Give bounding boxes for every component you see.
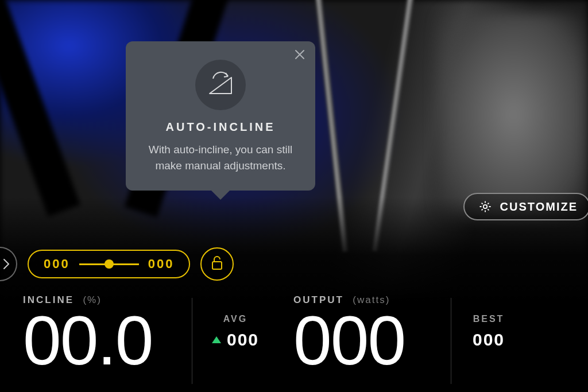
tooltip-body: With auto-incline, you can still make ma…: [142, 142, 299, 173]
output-metric: OUTPUT (watts) 000: [278, 294, 451, 386]
best-value: 000: [473, 330, 505, 350]
incline-metric: INCLINE (%) 00.0: [8, 294, 192, 386]
lock-icon: [210, 255, 224, 273]
expand-button[interactable]: [0, 247, 17, 281]
customize-label: CUSTOMIZE: [500, 200, 578, 214]
slider-thumb[interactable]: [105, 259, 114, 269]
slider-track[interactable]: [79, 263, 139, 265]
close-icon[interactable]: [295, 49, 305, 62]
incline-value: 00.0: [23, 309, 177, 371]
best-metric: BEST 000: [451, 294, 526, 386]
incline-range-slider[interactable]: 000 000: [28, 250, 190, 278]
trend-up-icon: [212, 336, 221, 343]
avg-value: 000: [227, 330, 259, 350]
slider-min-value: 000: [44, 257, 70, 271]
auto-incline-tooltip: AUTO-INCLINE With auto-incline, you can …: [126, 41, 315, 191]
best-label: BEST: [473, 314, 505, 324]
gear-icon: [478, 200, 492, 214]
auto-incline-lock-button[interactable]: [200, 247, 234, 281]
bg-shape: [439, 11, 588, 218]
customize-button[interactable]: CUSTOMIZE: [463, 193, 588, 220]
metrics-bar: INCLINE (%) 00.0 AVG 000 OUTPUT (watts) …: [0, 294, 588, 392]
avg-label: AVG: [223, 314, 247, 324]
tooltip-title: AUTO-INCLINE: [142, 121, 299, 134]
output-value: 000: [293, 309, 436, 371]
auto-incline-icon: [195, 60, 246, 110]
incline-controls-row: 000 000: [0, 247, 234, 281]
avg-metric: AVG 000: [192, 294, 278, 386]
svg-rect-1: [212, 262, 222, 269]
svg-point-0: [483, 205, 486, 208]
slider-max-value: 000: [148, 257, 175, 271]
